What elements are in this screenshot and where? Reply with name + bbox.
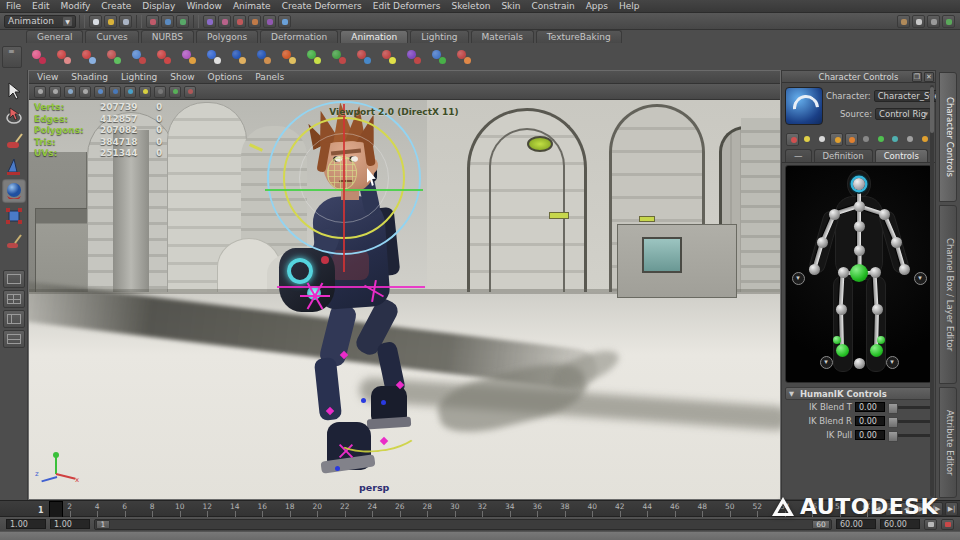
shelf-tab-animation[interactable]: Animation: [340, 30, 408, 43]
move-tool[interactable]: [2, 154, 26, 178]
go-to-end-button[interactable]: ▶|: [945, 502, 958, 516]
left-toe-effector[interactable]: [833, 336, 841, 344]
menu-window[interactable]: Window: [186, 1, 222, 11]
left-knee-effector[interactable]: [836, 304, 847, 315]
render-settings-icon[interactable]: [897, 15, 910, 28]
paint-select-tool[interactable]: [2, 129, 26, 153]
menu-file[interactable]: File: [6, 1, 21, 11]
move-keys-icon[interactable]: [874, 133, 887, 146]
open-scene-icon[interactable]: [104, 15, 117, 28]
shelf-tab-general[interactable]: General: [26, 30, 83, 43]
auto-keyframe-icon[interactable]: [941, 519, 954, 530]
right-tab-channel-box-layer-editor[interactable]: Channel Box / Layer Editor: [939, 205, 957, 384]
hold-key-icon[interactable]: [428, 46, 450, 68]
select-tool[interactable]: [2, 79, 26, 103]
left-wrist-effector[interactable]: [809, 264, 820, 275]
lights-icon[interactable]: [139, 86, 151, 98]
manipulator-red-axis[interactable]: [343, 104, 345, 272]
shelf-tab-lighting[interactable]: Lighting: [410, 30, 468, 43]
lock-camera-icon[interactable]: [49, 86, 61, 98]
left-shoulder-effector[interactable]: [829, 209, 840, 220]
menu-constrain[interactable]: Constrain: [532, 1, 575, 11]
ik-field-slider[interactable]: [888, 420, 931, 423]
go-to-stance-icon[interactable]: [904, 133, 917, 146]
cc-tab-definition[interactable]: Definition: [814, 149, 873, 162]
right-tab-character-controls[interactable]: Character Controls: [939, 72, 957, 202]
ik-field-slider[interactable]: [888, 406, 931, 409]
highlight-mode-icon[interactable]: [942, 15, 955, 28]
cc-tab-—[interactable]: —: [785, 149, 812, 162]
left-hip-effector[interactable]: [838, 267, 849, 278]
key-rotate-icon[interactable]: [353, 46, 375, 68]
hik-character-icon[interactable]: [228, 46, 250, 68]
insert-joint-icon[interactable]: [128, 46, 150, 68]
right-toe-effector[interactable]: [877, 336, 885, 344]
menu-modify[interactable]: Modify: [61, 1, 91, 11]
last-tool[interactable]: [2, 229, 26, 253]
vp-menu-view[interactable]: View: [37, 72, 58, 82]
shelf-tab-materials[interactable]: Materials: [471, 30, 534, 43]
make-live-icon[interactable]: [263, 15, 276, 28]
spine-effector[interactable]: [854, 245, 865, 256]
selection-mode-icon[interactable]: [845, 133, 858, 146]
layout-single-pane[interactable]: [3, 270, 25, 288]
right-tab-attribute-editor[interactable]: Attribute Editor: [939, 387, 957, 498]
chest-effector[interactable]: [854, 221, 865, 232]
layout-pane-outliner[interactable]: [3, 310, 25, 328]
snap-plane-icon[interactable]: [248, 15, 261, 28]
range-bar[interactable]: 1 60: [94, 519, 832, 530]
right-shoulder-effector[interactable]: [879, 209, 890, 220]
layout-four-pane[interactable]: [3, 290, 25, 308]
panel-toggle-icon[interactable]: [912, 15, 925, 28]
ik-field-value[interactable]: 0.00: [855, 430, 885, 440]
construction-history-icon[interactable]: [278, 15, 291, 28]
left-arm-expand-icon[interactable]: ▾: [792, 272, 805, 285]
left-elbow-effector[interactable]: [817, 237, 828, 248]
new-scene-icon[interactable]: [89, 15, 102, 28]
play-forward-button[interactable]: ▶: [915, 502, 928, 516]
ik-field-value[interactable]: 0.00: [855, 416, 885, 426]
menu-skeleton[interactable]: Skeleton: [451, 1, 490, 11]
scale-tool[interactable]: [2, 204, 26, 228]
left-leg-expand-icon[interactable]: ▾: [820, 356, 833, 369]
source-dropdown[interactable]: Control Rig: [875, 108, 931, 120]
hik-control-rig-icon[interactable]: [253, 46, 275, 68]
shelf-tab-texturebaking[interactable]: TextureBaking: [536, 30, 622, 43]
ik-spline-icon[interactable]: [103, 46, 125, 68]
pencil-edit-icon[interactable]: [801, 133, 814, 146]
float-panel-icon[interactable]: ❐: [912, 72, 922, 82]
motion-blur-icon[interactable]: [184, 86, 196, 98]
vp-menu-show[interactable]: Show: [170, 72, 194, 82]
save-scene-icon[interactable]: [119, 15, 132, 28]
character-set-icon[interactable]: [924, 519, 937, 530]
right-knee-effector[interactable]: [872, 304, 883, 315]
menu-apps[interactable]: Apps: [586, 1, 608, 11]
shaded-display-icon[interactable]: [109, 86, 121, 98]
vp-menu-panels[interactable]: Panels: [255, 72, 284, 82]
snap-point-icon[interactable]: [233, 15, 246, 28]
ik-handle-icon[interactable]: [78, 46, 100, 68]
vp-menu-options[interactable]: Options: [208, 72, 243, 82]
menu-animate[interactable]: Animate: [233, 1, 271, 11]
menu-help[interactable]: Help: [619, 1, 640, 11]
perspective-viewport[interactable]: ViewShadingLightingShowOptionsPanels: [28, 70, 781, 500]
right-hip-effector[interactable]: [870, 267, 881, 278]
shelf-tab-deformation[interactable]: Deformation: [260, 30, 338, 43]
orient-joint-icon[interactable]: [178, 46, 200, 68]
right-wrist-effector[interactable]: [899, 264, 910, 275]
humanik-controls-header[interactable]: HumanIK Controls: [785, 387, 932, 400]
select-component-icon[interactable]: [176, 15, 189, 28]
range-end-handle[interactable]: 60: [812, 520, 830, 529]
grid-sort-icon[interactable]: [927, 15, 940, 28]
paint-skin-weights-icon[interactable]: [278, 46, 300, 68]
set-key-icon[interactable]: [303, 46, 325, 68]
select-camera-icon[interactable]: [34, 86, 46, 98]
right-ankle-effector[interactable]: [870, 344, 883, 357]
shelf-tab-curves[interactable]: Curves: [85, 30, 138, 43]
camera-attributes-icon[interactable]: [64, 86, 76, 98]
image-plane-icon[interactable]: [94, 86, 106, 98]
hips-effector[interactable]: [850, 264, 868, 282]
breakdown-key-icon[interactable]: [403, 46, 425, 68]
rig-curve-chest-line[interactable]: [277, 286, 425, 288]
playback-end-field[interactable]: 60.00: [880, 519, 920, 529]
